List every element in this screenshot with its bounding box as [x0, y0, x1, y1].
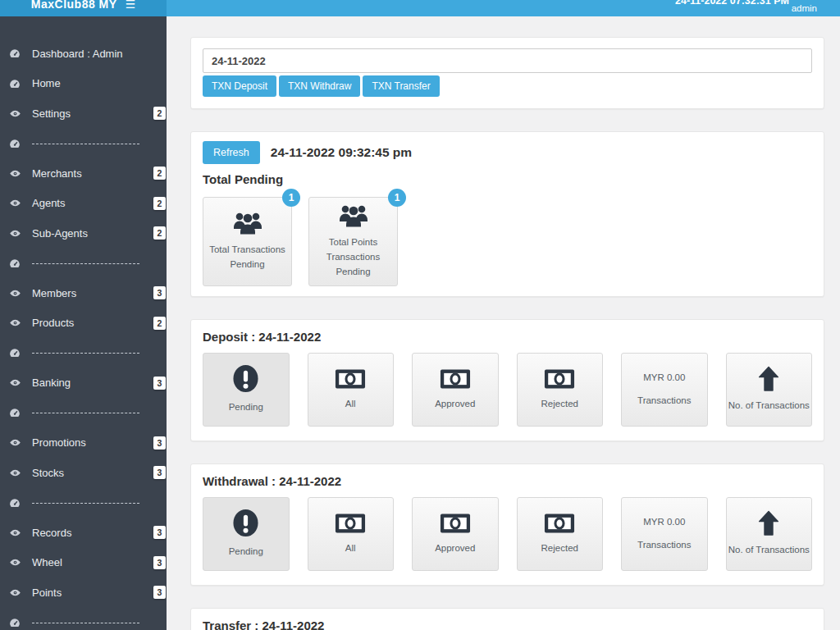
sidebar-item-members[interactable]: Members3 — [0, 278, 167, 308]
divider-line — [32, 263, 139, 264]
stat-card-all[interactable]: All — [308, 353, 395, 427]
sidebar-count-badge: 3 — [153, 436, 166, 450]
dashboard-icon — [9, 618, 25, 628]
sidebar-item-merchants[interactable]: Merchants2 — [0, 158, 167, 189]
pending-card-row: 1Total TransactionsPending1Total PointsT… — [203, 197, 812, 286]
topbar: 24-11-2022 07:32:31 PM admin — [167, 0, 840, 16]
pending-panel: Refresh 24-11-2022 09:32:45 pm Total Pen… — [190, 131, 824, 297]
brand-title: MaxClub88 MY — [31, 0, 117, 11]
money-icon — [335, 513, 366, 534]
stat-card-rejected[interactable]: Rejected — [517, 353, 604, 427]
money-icon — [440, 368, 471, 390]
sidebar-count-badge: 3 — [153, 466, 166, 479]
sidebar-count-badge: 3 — [153, 586, 166, 599]
eye-icon — [9, 588, 25, 597]
stat-card-label: Rejected — [541, 397, 578, 412]
sidebar-divider — [0, 608, 167, 630]
sidebar-divider — [0, 249, 167, 279]
stat-card-myr-0-00-transactions[interactable]: MYR 0.00Transactions — [621, 353, 708, 427]
sidebar-item-label: Promotions — [32, 436, 86, 449]
arrow-up-icon — [757, 366, 780, 391]
stat-card-label: Rejected — [541, 541, 578, 556]
sidebar-item-label: Stocks — [32, 467, 64, 479]
stat-card-label: Total PointsTransactions Pending — [309, 235, 397, 279]
eye-icon — [9, 109, 25, 118]
stat-card-label: Approved — [435, 397, 475, 412]
stat-card-label: Pending — [229, 400, 263, 415]
stat-card-label: All — [345, 541, 356, 556]
txn-button-row: TXN DepositTXN WithdrawTXN Transfer — [203, 75, 812, 97]
refresh-row: Refresh 24-11-2022 09:32:45 pm — [203, 141, 812, 164]
main-content: TXN DepositTXN WithdrawTXN Transfer Refr… — [190, 37, 824, 630]
stat-card-label: No. of Transactions — [728, 399, 810, 413]
divider-line — [32, 144, 139, 144]
stat-card-no-of-transactions[interactable]: No. of Transactions — [726, 497, 813, 571]
money-icon — [440, 513, 471, 534]
sidebar-count-badge: 3 — [153, 526, 166, 539]
divider-line — [32, 353, 139, 354]
section-deposit: Deposit : 24-11-2022PendingAllApprovedRe… — [190, 319, 824, 441]
arrow-up-icon — [757, 510, 780, 536]
menu-toggle-icon[interactable]: ☰ — [126, 0, 136, 11]
txn-button-txn-transfer[interactable]: TXN Transfer — [363, 75, 439, 97]
eye-icon — [9, 528, 25, 537]
sidebar-item-banking[interactable]: Banking3 — [0, 368, 167, 399]
sidebar-divider — [0, 488, 167, 518]
money-icon — [335, 368, 366, 390]
sidebar-divider — [0, 398, 167, 428]
sidebar-item-label: Records — [32, 527, 71, 539]
date-input[interactable] — [203, 48, 812, 73]
header-datetime: 24-11-2022 07:32:31 PM — [675, 0, 789, 7]
stat-card-myr-0-00-transactions[interactable]: MYR 0.00Transactions — [621, 497, 708, 571]
stat-card-rejected[interactable]: Rejected — [517, 497, 604, 571]
eye-icon — [9, 289, 25, 298]
refresh-button[interactable]: Refresh — [203, 141, 260, 164]
eye-icon — [9, 199, 25, 208]
top-header: MaxClub88 MY☰ 24-11-2022 07:32:31 PM adm… — [0, 0, 840, 16]
stat-card-approved[interactable]: Approved — [412, 497, 499, 571]
sidebar-item-label: Merchants — [32, 167, 82, 180]
sidebar-item-label: Settings — [32, 107, 71, 120]
sidebar-item-dashboard-admin[interactable]: Dashboard : Admin — [0, 39, 167, 69]
dashboard-icon — [9, 348, 25, 358]
sidebar-divider — [0, 338, 167, 368]
eye-icon — [9, 378, 25, 387]
stat-card-no-of-transactions[interactable]: No. of Transactions — [726, 353, 813, 427]
header-user[interactable]: admin — [792, 3, 817, 13]
txn-button-txn-withdraw[interactable]: TXN Withdraw — [279, 75, 360, 97]
sidebar-item-points[interactable]: Points3 — [0, 578, 167, 608]
section-title: Withdrawal : 24-11-2022 — [203, 474, 812, 488]
divider-line — [32, 503, 139, 504]
exclamation-icon — [232, 364, 259, 393]
sidebar-item-products[interactable]: Products2 — [0, 308, 167, 339]
sidebar-item-home[interactable]: Home — [0, 69, 167, 99]
eye-icon — [9, 169, 25, 178]
sidebar-item-settings[interactable]: Settings2 — [0, 98, 167, 129]
stat-card-approved[interactable]: Approved — [412, 353, 499, 427]
dashboard-icon — [9, 79, 25, 89]
stat-card-total-points-transactions-pending[interactable]: 1Total PointsTransactions Pending — [308, 197, 398, 286]
divider-line — [32, 413, 139, 413]
sidebar-item-sub-agents[interactable]: Sub-Agents2 — [0, 218, 167, 249]
sidebar-item-label: Wheel — [32, 556, 62, 568]
sidebar-item-label: Members — [32, 287, 76, 299]
stat-card-pending[interactable]: Pending — [203, 497, 290, 571]
stat-card-all[interactable]: All — [308, 497, 395, 571]
sidebar-item-records[interactable]: Records3 — [0, 518, 167, 548]
section-withdrawal: Withdrawal : 24-11-2022PendingAllApprove… — [190, 463, 824, 586]
sidebar-item-promotions[interactable]: Promotions3 — [0, 428, 167, 459]
eye-icon — [9, 558, 25, 567]
stat-card-pending[interactable]: Pending — [203, 353, 290, 427]
sidebar-item-stocks[interactable]: Stocks3 — [0, 458, 167, 488]
stat-card-label: Total TransactionsPending — [209, 243, 285, 272]
stat-card-total-transactions-pending[interactable]: 1Total TransactionsPending — [203, 197, 292, 286]
stat-card-label: Pending — [229, 545, 263, 559]
pending-count-badge: 1 — [282, 189, 300, 207]
sidebar-item-agents[interactable]: Agents2 — [0, 189, 167, 219]
transaction-sections: Deposit : 24-11-2022PendingAllApprovedRe… — [190, 319, 824, 630]
eye-icon — [9, 468, 25, 477]
money-icon — [544, 368, 575, 390]
users-icon — [231, 211, 264, 235]
sidebar-item-wheel[interactable]: Wheel3 — [0, 548, 167, 578]
txn-button-txn-deposit[interactable]: TXN Deposit — [203, 75, 276, 97]
